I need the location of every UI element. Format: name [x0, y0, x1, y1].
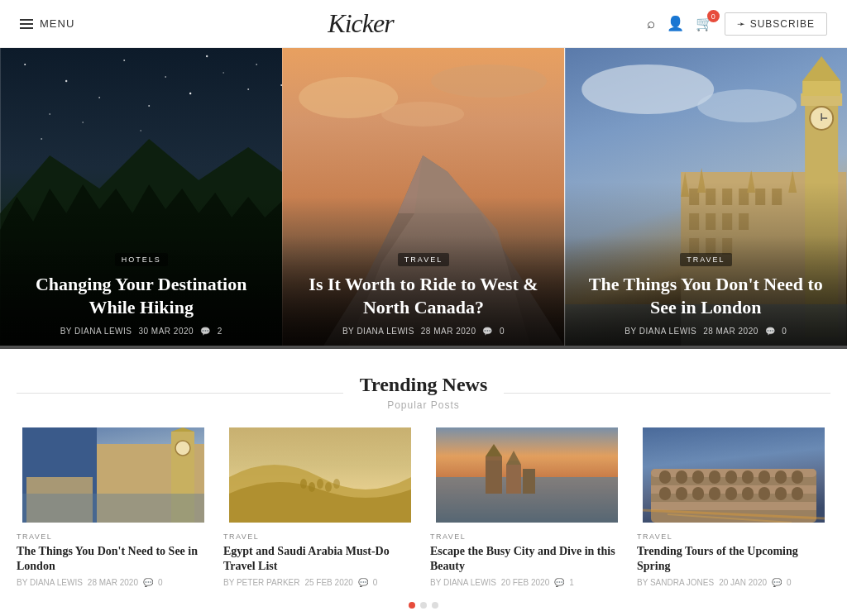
- cart-button[interactable]: 🛒 0: [696, 15, 713, 32]
- svg-rect-85: [692, 470, 704, 484]
- hero-card-3-title: The Things You Don't Need to See in Lond…: [585, 273, 827, 320]
- svg-rect-93: [676, 487, 687, 500]
- trending-header: Trending News Popular Posts: [17, 374, 830, 411]
- trending-cards-grid: TRAVEL The Things You Don't Need to See …: [17, 427, 830, 587]
- trending-image-1: [17, 427, 210, 523]
- subscribe-button[interactable]: ➛ SUBSCRIBE: [725, 12, 827, 36]
- user-icon[interactable]: 👤: [667, 15, 684, 32]
- comment-icon-t3: 💬: [554, 578, 564, 587]
- svg-rect-90: [775, 470, 787, 484]
- hero-card-2-date: 28 MAR 2020: [421, 327, 476, 336]
- trending-title: Trending News: [343, 374, 504, 396]
- svg-rect-98: [758, 487, 770, 500]
- hero-grid: HOTELS Changing Your Destination While H…: [0, 48, 847, 349]
- comment-icon-t4: 💬: [772, 578, 782, 587]
- pagination: [17, 602, 830, 609]
- subscribe-label: SUBSCRIBE: [750, 18, 815, 30]
- hero-card-2-tag: TRAVEL: [398, 253, 449, 266]
- trending-subtitle: Popular Posts: [17, 399, 830, 411]
- svg-rect-76: [436, 427, 618, 461]
- trending-card-4[interactable]: TRAVEL Trending Tours of the Upcoming Sp…: [637, 427, 830, 587]
- cart-count: 0: [707, 10, 720, 22]
- hero-card-1[interactable]: HOTELS Changing Your Destination While H…: [0, 48, 282, 349]
- pagination-dot-2[interactable]: [420, 602, 427, 609]
- trending-card-3-tag: TRAVEL: [430, 532, 624, 541]
- hero-card-1-author: BY DIANA LEWIS: [60, 327, 132, 336]
- svg-point-58: [175, 441, 190, 456]
- trending-card-1-author: BY DIANA LEWIS: [17, 578, 83, 587]
- svg-rect-73: [523, 469, 535, 494]
- hero-card-1-date: 30 MAR 2020: [138, 327, 194, 336]
- send-icon: ➛: [737, 18, 746, 30]
- trending-card-4-tag: TRAVEL: [637, 532, 830, 541]
- trending-card-2-comments: 0: [373, 578, 378, 587]
- comment-icon-t1: 💬: [143, 578, 153, 587]
- trending-card-2-title: Egypt and Saudi Arabia Must-Do Travel Li…: [223, 544, 417, 574]
- hamburger-icon: [20, 19, 33, 29]
- svg-rect-97: [742, 487, 754, 500]
- trending-card-3[interactable]: TRAVEL Escape the Busy City and Dive in …: [430, 427, 624, 587]
- trending-card-1-comments: 0: [158, 578, 163, 587]
- svg-rect-86: [709, 470, 720, 484]
- hero-card-3-date: 28 MAR 2020: [703, 327, 758, 336]
- menu-button[interactable]: MENU: [20, 17, 74, 30]
- comment-icon-2: 💬: [482, 327, 493, 336]
- hero-card-2-author: BY DIANA LEWIS: [342, 327, 414, 336]
- header: MENU Kicker ⌕ 👤 🛒 0 ➛ SUBSCRIBE: [0, 0, 847, 48]
- trending-image-3: [430, 427, 624, 523]
- trending-section: Trending News Popular Posts: [0, 349, 847, 616]
- svg-rect-100: [792, 487, 803, 500]
- trending-card-4-meta: BY SANDRA JONES 20 JAN 2020 💬 0: [637, 578, 830, 587]
- trending-card-3-comments: 1: [569, 578, 574, 587]
- svg-rect-92: [659, 487, 671, 500]
- svg-rect-71: [486, 456, 502, 494]
- svg-rect-88: [742, 470, 754, 484]
- svg-rect-94: [692, 487, 704, 500]
- trending-card-2-date: 25 FEB 2020: [304, 578, 352, 587]
- trending-card-4-date: 20 JAN 2020: [719, 578, 767, 587]
- svg-rect-83: [659, 470, 671, 484]
- svg-rect-95: [709, 487, 720, 500]
- site-logo[interactable]: Kicker: [74, 8, 646, 39]
- pagination-dot-3[interactable]: [432, 602, 438, 609]
- hero-card-1-meta: BY DIANA LEWIS 30 MAR 2020 💬 2: [20, 327, 262, 336]
- trending-card-1[interactable]: TRAVEL The Things You Don't Need to See …: [17, 427, 210, 587]
- hero-card-2-comments: 0: [500, 327, 505, 336]
- trending-card-2[interactable]: TRAVEL Egypt and Saudi Arabia Must-Do Tr…: [223, 427, 417, 587]
- hero-card-1-comments: 2: [218, 327, 223, 336]
- hero-card-3-overlay: TRAVEL The Things You Don't Need to See …: [565, 236, 847, 349]
- svg-point-68: [333, 479, 340, 489]
- trending-card-1-tag: TRAVEL: [17, 532, 210, 541]
- svg-rect-72: [506, 465, 521, 494]
- hero-card-3-author: BY DIANA LEWIS: [624, 327, 696, 336]
- svg-rect-91: [792, 470, 803, 484]
- hero-card-2-overlay: TRAVEL Is It Worth to Ride to West & Nor…: [282, 236, 564, 349]
- header-actions: ⌕ 👤 🛒 0 ➛ SUBSCRIBE: [647, 12, 827, 36]
- trending-card-2-tag: TRAVEL: [223, 532, 417, 541]
- svg-point-67: [325, 482, 332, 492]
- hero-card-2-meta: BY DIANA LEWIS 28 MAR 2020 💬 0: [302, 327, 544, 336]
- trending-card-1-meta: BY DIANA LEWIS 28 MAR 2020 💬 0: [17, 578, 210, 587]
- svg-rect-87: [725, 470, 737, 484]
- hero-card-2-title: Is It Worth to Ride to West & North Cana…: [302, 273, 544, 320]
- hero-card-2[interactable]: TRAVEL Is It Worth to Ride to West & Nor…: [282, 48, 564, 349]
- pagination-dot-1[interactable]: [409, 602, 415, 609]
- search-icon[interactable]: ⌕: [647, 16, 655, 32]
- trending-card-3-title: Escape the Busy City and Dive in this Be…: [430, 544, 624, 574]
- hero-card-1-tag: HOTELS: [115, 253, 168, 266]
- svg-point-65: [309, 482, 315, 492]
- trending-card-4-title: Trending Tours of the Upcoming Spring: [637, 544, 830, 574]
- comment-icon-t2: 💬: [358, 578, 368, 587]
- trending-card-2-meta: BY PETER PARKER 25 FEB 2020 💬 0: [223, 578, 417, 587]
- trending-card-4-comments: 0: [787, 578, 792, 587]
- hero-card-3-meta: BY DIANA LEWIS 28 MAR 2020 💬 0: [585, 327, 827, 336]
- svg-rect-84: [676, 470, 687, 484]
- comment-icon-1: 💬: [200, 327, 211, 336]
- svg-point-64: [300, 479, 307, 489]
- comment-icon-3: 💬: [765, 327, 776, 336]
- trending-image-2: [223, 427, 417, 523]
- trending-image-4: [637, 427, 830, 523]
- hero-card-1-overlay: HOTELS Changing Your Destination While H…: [0, 236, 282, 349]
- trending-card-3-meta: BY DIANA LEWIS 20 FEB 2020 💬 1: [430, 578, 624, 587]
- hero-card-3[interactable]: TRAVEL The Things You Don't Need to See …: [565, 48, 847, 349]
